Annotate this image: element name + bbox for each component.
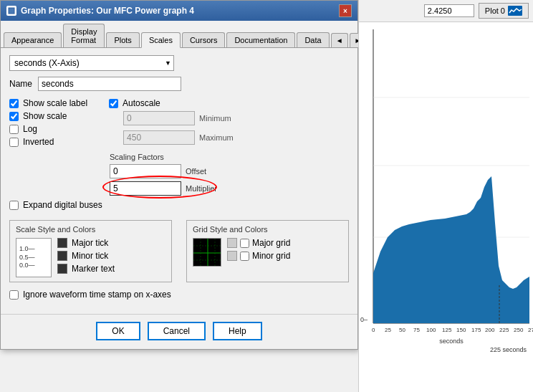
graph-canvas: 0– 0 25 50 75 100 125 150 175 200 225 25… (359, 22, 533, 366)
scales-panel: seconds (X-Axis) Name Show scale label S… (1, 48, 357, 307)
maximum-label: Maximum (199, 133, 234, 142)
marker-text-label: Marker text (72, 264, 115, 274)
major-grid-row: Major grid (227, 238, 290, 248)
show-scale-label-checkbox[interactable] (9, 99, 19, 108)
major-grid-checkbox[interactable] (240, 239, 249, 248)
svg-text:200: 200 (485, 327, 495, 333)
tab-display-format[interactable]: Display Format (63, 24, 105, 47)
graph-area: Plot 0 0– 0 25 50 75 100 (358, 0, 533, 392)
svg-text:150: 150 (456, 327, 466, 333)
dialog-title: Graph Properties: Our MFC Power graph 4 (21, 6, 194, 16)
graph-svg: 0– 0 25 50 75 100 125 150 175 200 225 25… (359, 22, 533, 366)
offset-row: Offset (110, 164, 349, 178)
minor-tick-item: Minor tick (57, 251, 115, 261)
help-button[interactable]: Help (213, 322, 262, 340)
axis-selector-row: seconds (X-Axis) (9, 55, 349, 71)
minor-grid-checkbox[interactable] (240, 252, 249, 261)
right-checks: Autoscale Minimum Maximum (109, 98, 349, 147)
svg-text:75: 75 (413, 327, 420, 333)
plot-label: Plot 0 (485, 6, 505, 15)
scaling-factors-section: Scaling Factors Offset Multiplier (110, 153, 349, 196)
marker-text-swatch (57, 264, 67, 274)
minor-grid-row: Minor grid (227, 251, 290, 261)
graph-top-bar: Plot 0 (359, 0, 533, 22)
show-scale-row: Show scale (9, 111, 87, 121)
multiplier-row: Multiplier (110, 181, 349, 196)
svg-text:100: 100 (426, 327, 436, 333)
multiplier-label: Multiplier (186, 184, 217, 193)
ignore-checkbox[interactable] (9, 290, 19, 300)
minor-grid-label: Minor grid (252, 251, 290, 261)
title-bar-left: Graph Properties: Our MFC Power graph 4 (6, 6, 194, 16)
left-checks: Show scale label Show scale Log Inverted (9, 98, 87, 147)
title-bar: Graph Properties: Our MFC Power graph 4 … (1, 1, 357, 21)
minor-tick-swatch (57, 251, 67, 261)
expand-digital-checkbox[interactable] (9, 201, 19, 210)
marker-text-item: Marker text (57, 264, 115, 274)
svg-text:175: 175 (471, 327, 481, 333)
log-row: Log (9, 124, 87, 134)
svg-text:seconds: seconds (439, 338, 464, 345)
scale-style-title: Scale Style and Colors (16, 225, 165, 234)
major-tick-swatch (57, 238, 67, 248)
svg-text:225: 225 (499, 327, 509, 333)
cancel-button[interactable]: Cancel (148, 322, 206, 340)
svg-text:250: 250 (514, 327, 524, 333)
ok-button[interactable]: OK (96, 322, 140, 340)
svg-text:50: 50 (399, 327, 405, 333)
name-row: Name (9, 77, 349, 91)
checkboxes-section: Show scale label Show scale Log Inverted (9, 98, 349, 147)
name-input[interactable] (38, 77, 181, 91)
tab-appearance[interactable]: Appearance (4, 32, 62, 47)
minor-tick-label: Minor tick (72, 251, 108, 261)
maximum-input[interactable] (123, 130, 195, 145)
autoscale-checkbox[interactable] (109, 99, 118, 108)
svg-text:0: 0 (372, 327, 375, 333)
close-button[interactable]: × (339, 4, 352, 17)
offset-input[interactable] (110, 164, 181, 178)
tab-documentation[interactable]: Documentation (226, 32, 295, 47)
log-checkbox[interactable] (9, 125, 19, 134)
inverted-checkbox[interactable] (9, 138, 19, 147)
grid-style-group: Grid Style and Colors (186, 220, 349, 282)
grid-style-title: Grid Style and Colors (193, 225, 342, 234)
minimum-row: Minimum (123, 111, 349, 125)
tab-cursors[interactable]: Cursors (182, 32, 226, 47)
log-text: Log (23, 124, 37, 134)
tab-scales[interactable]: Scales (141, 32, 181, 48)
tab-prev-arrow[interactable]: ◄ (331, 33, 348, 47)
major-tick-label: Major tick (72, 238, 108, 248)
tab-data[interactable]: Data (297, 32, 329, 47)
maximum-row: Maximum (123, 130, 349, 145)
minimum-input[interactable] (123, 111, 195, 125)
grid-svg (193, 239, 221, 267)
name-label: Name (9, 79, 38, 89)
inverted-row: Inverted (9, 137, 87, 147)
inverted-text: Inverted (23, 137, 54, 147)
autoscale-row: Autoscale (109, 98, 349, 108)
tick-list: Major tick Minor tick Marker text (57, 238, 115, 274)
scale-style-group: Scale Style and Colors 1.0— 0.5— 0.0— Ma… (9, 220, 172, 282)
svg-marker-15 (373, 176, 529, 323)
svg-text:0–: 0– (360, 316, 368, 323)
graph-properties-dialog: Graph Properties: Our MFC Power graph 4 … (0, 0, 358, 350)
ignore-label: Ignore waveform time stamp on x-axes (23, 290, 171, 300)
svg-text:275: 275 (528, 327, 533, 333)
plot-button[interactable]: Plot 0 (479, 3, 529, 19)
major-tick-item: Major tick (57, 238, 115, 248)
tab-plots[interactable]: Plots (106, 32, 139, 47)
axis-dropdown[interactable]: seconds (X-Axis) (9, 55, 174, 71)
major-grid-swatch (227, 238, 237, 248)
show-scale-text: Show scale (23, 111, 67, 121)
dialog-footer: OK Cancel Help (1, 314, 357, 349)
expand-digital-text: Expand digital buses (23, 200, 102, 210)
multiplier-input[interactable] (110, 181, 181, 196)
svg-text:125: 125 (442, 327, 452, 333)
grid-checks: Major grid Minor grid (227, 238, 290, 261)
show-scale-checkbox[interactable] (9, 112, 19, 121)
graph-value-input[interactable] (424, 4, 474, 17)
offset-label: Offset (186, 167, 206, 176)
show-scale-label-text: Show scale label (23, 98, 87, 108)
grid-preview (193, 238, 221, 267)
axis-dropdown-wrapper: seconds (X-Axis) (9, 55, 174, 71)
